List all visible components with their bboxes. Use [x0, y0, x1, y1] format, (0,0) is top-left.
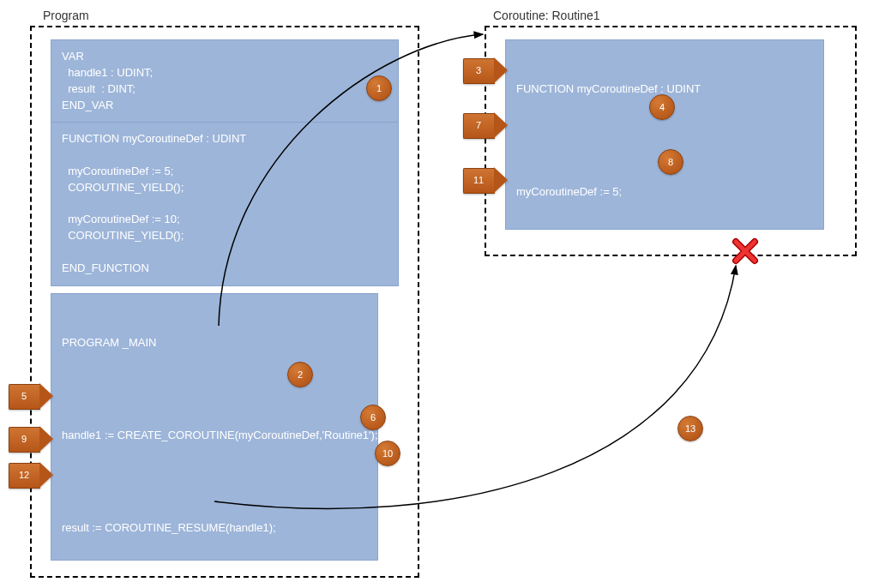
code-main: PROGRAM _MAIN handle1 := CREATE_COROUTIN… — [51, 293, 378, 561]
coroutine-title: Coroutine: Routine1 — [493, 9, 600, 22]
step-badge-8: 8 — [658, 149, 683, 175]
main-header: PROGRAM _MAIN — [62, 335, 367, 351]
arrow-step-5: 5 — [9, 384, 51, 408]
co-b2a: myCoroutineDef := 10; — [516, 336, 813, 352]
step-badge-4: 4 — [649, 94, 675, 120]
main-create: handle1 := CREATE_COROUTINE(myCoroutineD… — [62, 428, 367, 444]
program-title: Program — [43, 9, 89, 22]
delete-x-icon — [731, 237, 760, 266]
step-badge-10: 10 — [375, 441, 400, 466]
co-b2b: COROUTINE_YIELD(); — [516, 384, 813, 400]
arrow-step-12: 12 — [9, 463, 51, 487]
main-resume1: result := COROUTINE_RESUME(handle1); — [62, 520, 276, 537]
step-badge-6: 6 — [360, 405, 386, 430]
coroutine-box: FUNCTION myCoroutineDef : UDINT myCorout… — [485, 26, 857, 256]
program-box: VAR handle1 : UDINT; result : DINT; END_… — [30, 26, 419, 578]
diagram-canvas: Program Coroutine: Routine1 VAR handle1 … — [9, 9, 870, 579]
co-b1a: myCoroutineDef := 5; — [516, 184, 813, 201]
arrow-step-11: 11 — [463, 168, 506, 192]
code-funcdef: FUNCTION myCoroutineDef : UDINT myCorout… — [51, 122, 399, 286]
code-var: VAR handle1 : UDINT; result : DINT; END_… — [51, 39, 399, 123]
step-badge-13: 13 — [677, 416, 703, 441]
step-badge-2: 2 — [287, 362, 313, 387]
arrow-step-7: 7 — [463, 113, 506, 137]
step-badge-1: 1 — [366, 75, 392, 101]
co-b1b: COROUTINE_YIELD(); — [516, 232, 813, 249]
arrow-step-9: 9 — [9, 427, 51, 451]
co-end: END_FUNCTION — [516, 487, 813, 503]
code-coroutine: FUNCTION myCoroutineDef : UDINT myCorout… — [505, 39, 824, 230]
arrow-step-3: 3 — [463, 58, 506, 82]
